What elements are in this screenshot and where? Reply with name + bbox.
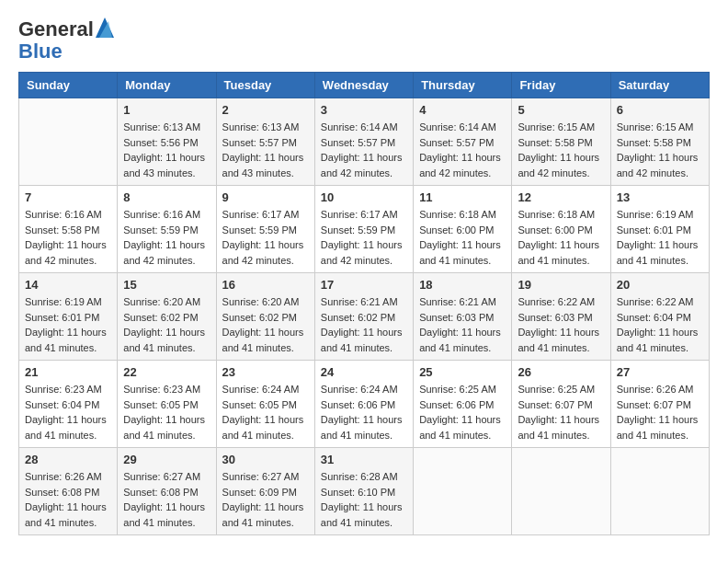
logo: General Blue — [18, 18, 114, 63]
week-row-5: 28Sunrise: 6:26 AM Sunset: 6:08 PM Dayli… — [19, 448, 710, 535]
calendar-cell: 15Sunrise: 6:20 AM Sunset: 6:02 PM Dayli… — [118, 273, 216, 361]
day-number: 18 — [419, 278, 506, 292]
day-info: Sunrise: 6:16 AM Sunset: 5:58 PM Dayligh… — [25, 207, 111, 268]
calendar-cell: 28Sunrise: 6:26 AM Sunset: 6:08 PM Dayli… — [19, 448, 118, 535]
day-info: Sunrise: 6:21 AM Sunset: 6:03 PM Dayligh… — [419, 294, 506, 355]
day-info: Sunrise: 6:27 AM Sunset: 6:09 PM Dayligh… — [222, 469, 309, 530]
day-number: 4 — [419, 103, 506, 117]
calendar-cell: 29Sunrise: 6:27 AM Sunset: 6:08 PM Dayli… — [118, 448, 216, 535]
day-info: Sunrise: 6:17 AM Sunset: 5:59 PM Dayligh… — [321, 207, 407, 268]
day-info: Sunrise: 6:21 AM Sunset: 6:02 PM Dayligh… — [321, 294, 407, 355]
day-number: 29 — [123, 453, 210, 466]
week-row-4: 21Sunrise: 6:23 AM Sunset: 6:04 PM Dayli… — [19, 361, 710, 448]
day-info: Sunrise: 6:13 AM Sunset: 5:57 PM Dayligh… — [222, 120, 309, 180]
day-number: 16 — [222, 278, 309, 292]
day-info: Sunrise: 6:20 AM Sunset: 6:02 PM Dayligh… — [123, 294, 210, 355]
day-number: 2 — [222, 103, 309, 117]
page-header: General Blue — [18, 18, 710, 63]
day-info: Sunrise: 6:23 AM Sunset: 6:05 PM Dayligh… — [123, 382, 210, 442]
calendar-cell: 24Sunrise: 6:24 AM Sunset: 6:06 PM Dayli… — [314, 361, 413, 448]
calendar-cell — [512, 448, 610, 535]
logo-blue: Blue — [18, 40, 63, 63]
logo-icon — [96, 17, 114, 38]
day-info: Sunrise: 6:18 AM Sunset: 6:00 PM Dayligh… — [518, 207, 604, 268]
day-info: Sunrise: 6:19 AM Sunset: 6:01 PM Dayligh… — [617, 207, 703, 268]
day-info: Sunrise: 6:26 AM Sunset: 6:07 PM Dayligh… — [617, 382, 703, 442]
calendar-cell: 17Sunrise: 6:21 AM Sunset: 6:02 PM Dayli… — [314, 273, 413, 361]
day-number: 30 — [222, 453, 309, 466]
day-number: 13 — [617, 190, 703, 204]
calendar-cell: 11Sunrise: 6:18 AM Sunset: 6:00 PM Dayli… — [414, 186, 512, 273]
day-number: 21 — [25, 365, 111, 379]
day-number: 5 — [518, 103, 604, 117]
calendar-cell — [19, 98, 118, 186]
day-number: 9 — [222, 190, 309, 204]
day-number: 24 — [321, 365, 407, 379]
day-number: 3 — [321, 103, 407, 117]
day-number: 7 — [25, 190, 111, 204]
day-number: 27 — [617, 365, 703, 379]
calendar-cell: 31Sunrise: 6:28 AM Sunset: 6:10 PM Dayli… — [314, 448, 413, 535]
week-row-3: 14Sunrise: 6:19 AM Sunset: 6:01 PM Dayli… — [19, 273, 710, 361]
week-row-1: 1Sunrise: 6:13 AM Sunset: 5:56 PM Daylig… — [19, 98, 710, 186]
day-number: 23 — [222, 365, 309, 379]
day-number: 26 — [518, 365, 604, 379]
day-number: 14 — [25, 278, 111, 292]
calendar-cell: 10Sunrise: 6:17 AM Sunset: 5:59 PM Dayli… — [314, 186, 413, 273]
calendar-cell: 26Sunrise: 6:25 AM Sunset: 6:07 PM Dayli… — [512, 361, 610, 448]
logo-general: General — [18, 18, 94, 40]
calendar-cell: 8Sunrise: 6:16 AM Sunset: 5:59 PM Daylig… — [118, 186, 216, 273]
calendar-cell — [414, 448, 512, 535]
day-info: Sunrise: 6:16 AM Sunset: 5:59 PM Dayligh… — [123, 207, 210, 268]
day-number: 12 — [518, 190, 604, 204]
weekday-header-sunday: Sunday — [19, 73, 118, 98]
calendar-cell: 4Sunrise: 6:14 AM Sunset: 5:57 PM Daylig… — [414, 98, 512, 186]
day-number: 17 — [321, 278, 407, 292]
calendar-cell — [610, 448, 709, 535]
day-number: 28 — [25, 453, 111, 466]
day-number: 20 — [617, 278, 703, 292]
day-number: 22 — [123, 365, 210, 379]
day-number: 25 — [419, 365, 506, 379]
calendar-cell: 13Sunrise: 6:19 AM Sunset: 6:01 PM Dayli… — [610, 186, 709, 273]
weekday-header-thursday: Thursday — [414, 73, 512, 98]
day-number: 11 — [419, 190, 506, 204]
day-info: Sunrise: 6:14 AM Sunset: 5:57 PM Dayligh… — [321, 120, 407, 180]
calendar-cell: 7Sunrise: 6:16 AM Sunset: 5:58 PM Daylig… — [19, 186, 118, 273]
day-info: Sunrise: 6:22 AM Sunset: 6:04 PM Dayligh… — [617, 294, 703, 355]
calendar-cell: 6Sunrise: 6:15 AM Sunset: 5:58 PM Daylig… — [610, 98, 709, 186]
day-info: Sunrise: 6:23 AM Sunset: 6:04 PM Dayligh… — [25, 382, 111, 442]
calendar-cell: 19Sunrise: 6:22 AM Sunset: 6:03 PM Dayli… — [512, 273, 610, 361]
week-row-2: 7Sunrise: 6:16 AM Sunset: 5:58 PM Daylig… — [19, 186, 710, 273]
day-info: Sunrise: 6:24 AM Sunset: 6:06 PM Dayligh… — [321, 382, 407, 442]
calendar-cell: 23Sunrise: 6:24 AM Sunset: 6:05 PM Dayli… — [216, 361, 314, 448]
day-info: Sunrise: 6:22 AM Sunset: 6:03 PM Dayligh… — [518, 294, 604, 355]
day-info: Sunrise: 6:18 AM Sunset: 6:00 PM Dayligh… — [419, 207, 506, 268]
calendar-cell: 3Sunrise: 6:14 AM Sunset: 5:57 PM Daylig… — [314, 98, 413, 186]
day-info: Sunrise: 6:27 AM Sunset: 6:08 PM Dayligh… — [123, 469, 210, 530]
calendar-cell: 21Sunrise: 6:23 AM Sunset: 6:04 PM Dayli… — [19, 361, 118, 448]
day-info: Sunrise: 6:25 AM Sunset: 6:06 PM Dayligh… — [419, 382, 506, 442]
calendar-table: SundayMondayTuesdayWednesdayThursdayFrid… — [18, 72, 710, 535]
weekday-header-friday: Friday — [512, 73, 610, 98]
day-info: Sunrise: 6:15 AM Sunset: 5:58 PM Dayligh… — [518, 120, 604, 180]
calendar-cell: 27Sunrise: 6:26 AM Sunset: 6:07 PM Dayli… — [610, 361, 709, 448]
calendar-cell: 5Sunrise: 6:15 AM Sunset: 5:58 PM Daylig… — [512, 98, 610, 186]
day-info: Sunrise: 6:20 AM Sunset: 6:02 PM Dayligh… — [222, 294, 309, 355]
day-number: 19 — [518, 278, 604, 292]
calendar-cell: 18Sunrise: 6:21 AM Sunset: 6:03 PM Dayli… — [414, 273, 512, 361]
day-info: Sunrise: 6:25 AM Sunset: 6:07 PM Dayligh… — [518, 382, 604, 442]
header-row: SundayMondayTuesdayWednesdayThursdayFrid… — [19, 73, 710, 98]
day-number: 10 — [321, 190, 407, 204]
weekday-header-tuesday: Tuesday — [216, 73, 314, 98]
calendar-cell: 16Sunrise: 6:20 AM Sunset: 6:02 PM Dayli… — [216, 273, 314, 361]
calendar-cell: 12Sunrise: 6:18 AM Sunset: 6:00 PM Dayli… — [512, 186, 610, 273]
calendar-cell: 30Sunrise: 6:27 AM Sunset: 6:09 PM Dayli… — [216, 448, 314, 535]
day-number: 8 — [123, 190, 210, 204]
day-number: 6 — [617, 103, 703, 117]
weekday-header-wednesday: Wednesday — [314, 73, 413, 98]
day-info: Sunrise: 6:15 AM Sunset: 5:58 PM Dayligh… — [617, 120, 703, 180]
day-number: 1 — [123, 103, 210, 117]
weekday-header-saturday: Saturday — [610, 73, 709, 98]
day-info: Sunrise: 6:14 AM Sunset: 5:57 PM Dayligh… — [419, 120, 506, 180]
